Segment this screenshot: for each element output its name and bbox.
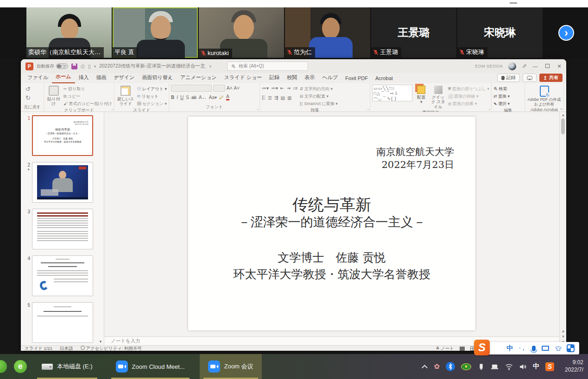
highlight-icon[interactable]: 🖉 — [219, 95, 224, 100]
shape-fill-button[interactable]: ⛊ 図形の塗りつぶし ▾ — [448, 86, 489, 92]
title-caret-icon[interactable]: ∨ — [209, 64, 212, 68]
shadow-button[interactable]: S — [186, 95, 189, 100]
tab-transitions[interactable]: 画面切り替え — [139, 73, 177, 83]
dictate-button[interactable]: ディクテーション ▾ — [566, 85, 566, 110]
quick-styles-button[interactable]: クイック スタイル — [430, 85, 446, 109]
select-button[interactable]: ⬉ 選択 ▾ — [493, 101, 510, 107]
ime-toolbox-icon[interactable] — [568, 345, 574, 351]
align-center-icon[interactable]: ☰ — [268, 95, 272, 100]
bullets-icon[interactable]: ≔▾ — [262, 86, 269, 91]
taskbar-clock[interactable]: 9:02 2022/7/ — [560, 359, 584, 373]
pen-icon[interactable]: ✎ — [521, 64, 527, 68]
change-case-icon[interactable]: Aa▾ — [209, 95, 217, 100]
user-name[interactable]: EOM SEOGN — [475, 64, 503, 68]
collapse-ribbon-icon[interactable]: ⌄ — [560, 106, 563, 111]
document-title[interactable]: 20220723传统与革新-涩泽荣一的道德经济合一主义… — [99, 63, 206, 69]
taskbar-button-zoom-cloud[interactable]: Zoom Cloud Meet... — [107, 354, 193, 379]
show-hidden-icons-chevron[interactable] — [422, 365, 428, 371]
tray-flower-icon[interactable]: ✿ — [434, 362, 440, 371]
taskbar-button-zoom-meeting[interactable]: Zoom 会议 — [200, 354, 262, 379]
volume-icon[interactable] — [519, 363, 527, 371]
slide-thumbnail-5[interactable] — [32, 302, 93, 343]
quick-print-icon[interactable]: ⎙ — [81, 63, 85, 69]
ime-skin-icon[interactable]: 👕︎ — [555, 345, 562, 352]
shape-effects-button[interactable]: ◍ 図形の効果 ▾ — [448, 101, 489, 107]
taskbar-button-local-disk[interactable]: 本地磁盘 (E:) — [33, 354, 101, 379]
decrease-indent-icon[interactable]: ⇤ — [280, 86, 284, 91]
smartart-button[interactable]: ⬱ SmartArt に変換 ▾ — [300, 101, 338, 107]
font-name-select[interactable] — [171, 85, 212, 92]
tab-insert[interactable]: 挿入 — [75, 73, 93, 83]
format-painter-button[interactable]: 🖌︎ 書式のコピー/貼り付け — [63, 101, 112, 107]
drawing-dialog-launcher-icon[interactable]: ⌟ — [488, 106, 490, 111]
minimize-button[interactable]: — — [532, 63, 538, 69]
user-avatar[interactable] — [508, 62, 516, 70]
scrollbar-thumb[interactable] — [561, 118, 565, 134]
tab-draw[interactable]: 描画 — [93, 73, 110, 83]
tray-green-app-icon[interactable] — [461, 363, 471, 370]
close-button[interactable]: ✕ — [556, 63, 563, 69]
tab-review[interactable]: 校閲 — [283, 73, 301, 83]
new-slide-button[interactable]: 新しいスライド — [116, 85, 135, 106]
slide[interactable]: 南京航空航天大学 2022年7月23日 传统与革新 －涩泽荣一的道德经济合一主义… — [188, 117, 475, 330]
bluetooth-icon[interactable] — [446, 362, 455, 371]
slide-thumbnail-2[interactable] — [32, 162, 93, 203]
new-document-icon[interactable]: ▯ — [88, 63, 91, 69]
create-pdf-button[interactable]: Adobe PDF の作成および共有 — [527, 85, 562, 107]
next-participants-button[interactable]: › — [558, 25, 574, 41]
ime-punctuation-icon[interactable]: ·， — [519, 345, 526, 352]
usb-device-icon[interactable] — [477, 363, 485, 371]
tab-acrobat[interactable]: Acrobat — [372, 74, 397, 83]
char-spacing-icon[interactable]: A↔ — [199, 95, 207, 100]
tab-animations[interactable]: アニメーション — [177, 73, 221, 83]
line-spacing-icon[interactable]: ↕≡ — [293, 86, 298, 91]
ime-mode-indicator[interactable]: 中 — [506, 344, 513, 353]
font-size-select[interactable] — [213, 85, 225, 92]
slide-thumbnail-3[interactable] — [32, 209, 93, 249]
grow-font-icon[interactable]: A˄ — [227, 86, 233, 91]
font-color-icon[interactable]: A — [226, 94, 229, 100]
tab-slideshow[interactable]: スライド ショー — [221, 73, 266, 83]
section-button[interactable]: ▦ セクション ▾ — [137, 101, 167, 107]
participant-tile-active-speaker[interactable]: 平良 直 — [113, 7, 198, 58]
notes-toggle-button[interactable]: ≜ ノート — [436, 346, 454, 351]
participant-tile[interactable]: 王景璐 王景璐 — [371, 7, 456, 58]
find-button[interactable]: 🔍︎ 検索 — [493, 86, 510, 92]
paste-button[interactable]: 貼り付け — [46, 85, 62, 106]
paragraph-dialog-launcher-icon[interactable]: ⌟ — [367, 106, 369, 111]
increase-indent-icon[interactable]: ⇥ — [286, 86, 290, 91]
tab-file[interactable]: ファイル — [24, 73, 52, 83]
share-button[interactable]: ↥共有 — [539, 74, 563, 82]
tab-foxit-pdf[interactable]: Foxit PDF — [341, 74, 372, 83]
sogou-tray-icon[interactable]: S — [545, 362, 554, 371]
undo-icon[interactable]: ↺ — [25, 86, 31, 93]
text-direction-button[interactable]: ⇵ 文字列の方向 ▾ — [300, 86, 338, 92]
ime-keyboard-icon[interactable] — [542, 346, 549, 351]
thumbnail-scroll-down-icon[interactable]: ▼ — [99, 340, 102, 344]
restore-button[interactable] — [544, 63, 550, 69]
autosave-switch[interactable]: オフ — [56, 63, 68, 69]
accessibility-status[interactable]: アクセシビリティ: 利用不可 — [81, 346, 142, 351]
tab-help[interactable]: ヘルプ — [318, 73, 341, 83]
slide-thumbnail-1[interactable]: 南京航空航天大学2022年7月23日 传统与革新 －涩泽荣一的道德经济合一主义－… — [32, 115, 93, 156]
taskbar-edge-app-icon[interactable] — [0, 360, 7, 373]
align-left-icon[interactable]: ⬱ — [262, 95, 266, 100]
next-slide-icon[interactable]: ▼ — [560, 335, 566, 339]
layout-button[interactable]: ▤ レイアウト ▾ — [137, 86, 167, 92]
shrink-font-icon[interactable]: A˅ — [234, 86, 240, 91]
participant-tile[interactable]: 宋晓琳 宋晓琳 — [457, 7, 543, 58]
participant-tile[interactable]: 范为仁 — [285, 7, 370, 58]
vertical-scrollbar[interactable]: ▲ ▲ ▼ ▼ — [559, 112, 566, 345]
input-language-indicator[interactable]: 中 — [533, 362, 539, 371]
language-indicator[interactable]: 日本語 — [60, 346, 73, 351]
tab-design[interactable]: デザイン — [110, 73, 139, 83]
font-dialog-launcher-icon[interactable]: ⌟ — [257, 106, 259, 111]
align-right-icon[interactable]: ⇶ — [274, 95, 278, 100]
qat-dropdown-icon[interactable]: ▾ — [94, 64, 96, 68]
device-icon[interactable] — [491, 363, 499, 371]
participant-tile[interactable]: kurotaki — [199, 7, 284, 58]
save-icon[interactable] — [71, 63, 77, 69]
justify-icon[interactable]: ▤ — [280, 95, 285, 100]
participant-tile[interactable]: 窦硕华（南京航空航天大… — [26, 7, 112, 58]
copy-button[interactable]: ⧉ コピー — [63, 93, 112, 99]
